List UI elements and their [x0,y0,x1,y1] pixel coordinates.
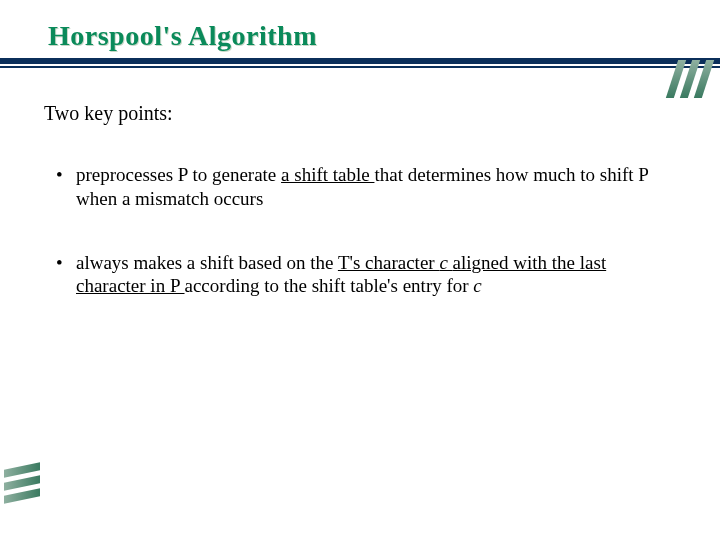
italic-text: c [473,275,481,296]
bullet-list: preprocesses P to generate a shift table… [48,163,680,298]
rule-thin [0,66,720,68]
rule-thick [0,58,720,64]
decor-bar-icon [4,488,40,504]
decor-bars-bottom-left [4,466,40,500]
text: preprocesses P to generate [76,164,281,185]
subtitle: Two key points: [44,102,680,125]
list-item: always makes a shift based on the T's ch… [76,251,680,299]
slide: Horspool's Algorithm Two key points: pre… [0,0,720,540]
underline-italic-text: c [439,252,452,273]
text: always makes a shift based on the [76,252,338,273]
underline-text: T's character [338,252,440,273]
decor-bars-top-right [672,60,708,98]
title-underline [48,58,680,72]
text: according to the shift table's entry for [185,275,474,296]
list-item: preprocesses P to generate a shift table… [76,163,680,211]
underline-text: a shift table [281,164,374,185]
page-title: Horspool's Algorithm [48,20,680,52]
